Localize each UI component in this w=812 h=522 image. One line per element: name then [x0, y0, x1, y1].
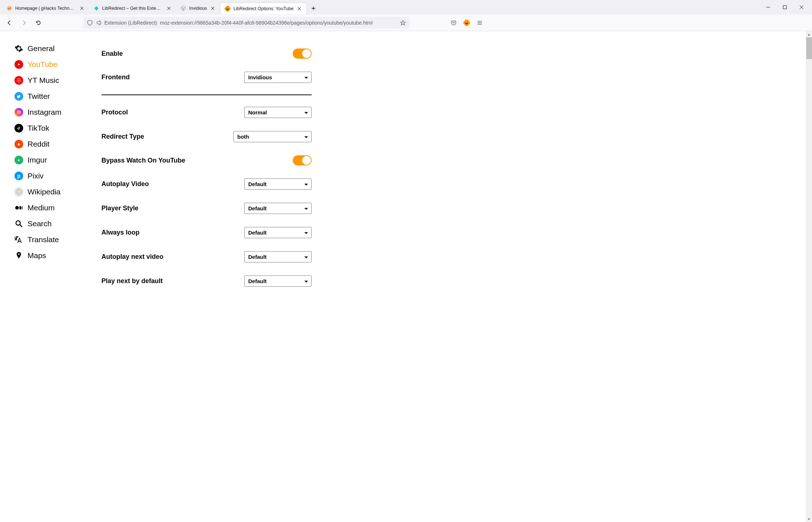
sidebar-item-label: Search [28, 219, 52, 228]
svg-rect-4 [463, 20, 470, 26]
reload-button[interactable] [33, 17, 44, 29]
setting-label: Play next by default [101, 277, 163, 285]
enable-toggle[interactable] [293, 49, 312, 59]
svg-rect-3 [783, 6, 787, 9]
forward-button[interactable] [18, 17, 30, 29]
tiktok-icon [14, 124, 23, 132]
toolbar-right [449, 18, 485, 28]
back-button[interactable] [4, 17, 15, 29]
autoplay-video-select[interactable]: Default [244, 178, 312, 190]
window-controls [760, 1, 810, 13]
setting-label: Protocol [101, 109, 128, 116]
maximize-button[interactable] [776, 1, 793, 13]
sidebar-item-label: Imgur [28, 156, 47, 164]
sidebar-item-general[interactable]: General [14, 41, 87, 56]
youtube-icon [14, 60, 23, 69]
libredirect-toolbar-icon[interactable] [462, 18, 472, 28]
reddit-icon [14, 140, 23, 148]
setting-autoplay-next: Autoplay next video Default [101, 245, 312, 269]
play-next-select[interactable]: Default [244, 275, 312, 287]
tab-title: Invidious [189, 6, 207, 11]
close-icon[interactable] [79, 5, 85, 11]
setting-label: Player Style [101, 205, 138, 212]
svg-point-14 [20, 206, 21, 210]
svg-point-11 [19, 144, 20, 144]
sidebar-item-search[interactable]: Search [14, 216, 87, 232]
scroll-up-arrow[interactable]: ▴ [806, 31, 812, 37]
redirect-type-select[interactable]: both [233, 131, 312, 142]
app-menu-button[interactable] [475, 18, 485, 28]
autoplay-next-select[interactable]: Default [244, 251, 312, 262]
svg-point-12 [16, 189, 22, 195]
setting-player-style: Player Style Default [101, 196, 312, 220]
sidebar-item-instagram[interactable]: Instagram [14, 104, 87, 120]
sidebar-item-tiktok[interactable]: TikTok [14, 120, 87, 136]
tab-libredirect-amo[interactable]: LibRedirect – Get this Extension [89, 3, 176, 14]
sidebar-item-reddit[interactable]: Reddit [14, 136, 87, 152]
browser-titlebar: Homepage | gHacks Technolog LibRedirect … [0, 0, 812, 14]
divider [101, 94, 312, 95]
setting-always-loop: Always loop Default [101, 220, 312, 245]
svg-point-15 [22, 206, 22, 210]
sidebar-item-label: Twitter [28, 92, 50, 101]
player-style-select[interactable]: Default [244, 203, 312, 214]
invidious-favicon [180, 5, 186, 11]
frontend-select[interactable]: Invidious [244, 72, 312, 83]
new-tab-button[interactable] [308, 3, 318, 13]
sidebar-item-medium[interactable]: Medium [14, 200, 87, 216]
url-bar[interactable]: Extension (LibRedirect) moz-extension://… [83, 17, 409, 29]
sidebar-item-label: TikTok [28, 124, 49, 132]
svg-point-10 [18, 144, 18, 144]
minimize-button[interactable] [760, 1, 776, 13]
svg-point-7 [18, 111, 20, 113]
pocket-icon[interactable] [449, 18, 459, 28]
sidebar-item-label: YT Music [28, 76, 59, 85]
bookmark-star-icon[interactable] [400, 20, 406, 26]
bypass-toggle[interactable] [293, 155, 312, 165]
sidebar-item-imgur[interactable]: Imgur [14, 152, 87, 168]
tab-title: LibRedirect Options: YouTube [233, 6, 293, 11]
svg-point-9 [18, 143, 20, 146]
sidebar-item-label: Pixiv [28, 172, 43, 180]
translate-icon [14, 235, 23, 244]
tab-ghacks[interactable]: Homepage | gHacks Technolog [2, 3, 89, 14]
setting-redirect-type: Redirect Type both [101, 125, 312, 149]
always-loop-select[interactable]: Default [244, 227, 312, 238]
pixiv-icon: p [14, 172, 23, 180]
tab-invidious[interactable]: Invidious [176, 3, 220, 14]
setting-enable: Enable [101, 42, 312, 65]
extension-icon[interactable] [96, 20, 101, 26]
sidebar-item-maps[interactable]: Maps [14, 248, 87, 264]
close-icon[interactable] [210, 5, 216, 11]
maps-icon [14, 251, 23, 260]
twitter-icon [14, 92, 23, 101]
setting-label: Enable [101, 50, 123, 58]
instagram-icon [14, 108, 23, 117]
setting-label: Bypass Watch On YouTube [101, 157, 185, 164]
imgur-icon [14, 156, 23, 164]
wikipedia-icon [14, 188, 23, 196]
medium-icon [14, 203, 23, 212]
close-window-button[interactable] [793, 1, 810, 13]
vertical-scrollbar[interactable]: ▴ ▾ [806, 31, 812, 522]
setting-protocol: Protocol Normal [101, 100, 312, 125]
tab-libredirect-options[interactable]: LibRedirect Options: YouTube [220, 3, 307, 14]
svg-point-8 [20, 111, 20, 111]
sidebar-item-translate[interactable]: Translate [14, 232, 87, 248]
sidebar-item-pixiv[interactable]: p Pixiv [14, 168, 87, 184]
setting-label: Autoplay next video [101, 253, 163, 261]
settings-main: Enable Frontend Invidious Protocol Norma… [91, 31, 322, 522]
sidebar-item-youtube[interactable]: YouTube [14, 56, 87, 72]
sidebar-item-ytmusic[interactable]: YT Music [14, 72, 87, 88]
close-icon[interactable] [166, 5, 172, 11]
sidebar-item-twitter[interactable]: Twitter [14, 88, 87, 104]
shield-icon[interactable] [87, 20, 93, 26]
sidebar-item-wikipedia[interactable]: Wikipedia [14, 184, 87, 200]
protocol-select[interactable]: Normal [244, 107, 312, 118]
scrollbar-handle[interactable] [806, 37, 812, 59]
scroll-down-arrow[interactable]: ▾ [806, 516, 812, 522]
close-icon[interactable] [296, 6, 302, 12]
setting-frontend: Frontend Invidious [101, 65, 312, 89]
sidebar-item-label: YouTube [28, 60, 58, 69]
sidebar-item-label: Maps [28, 251, 46, 260]
